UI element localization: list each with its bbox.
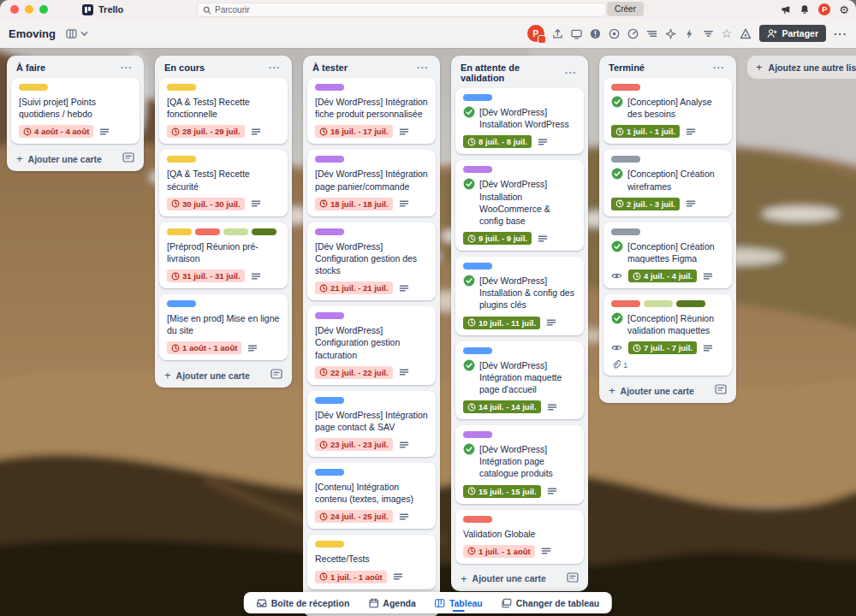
add-list-button[interactable]: + Ajoutez une autre liste bbox=[747, 56, 856, 79]
info-icon[interactable] bbox=[590, 28, 601, 39]
check-circle-icon[interactable] bbox=[611, 96, 623, 108]
card[interactable]: [Dév WordPress] Intégration page contact… bbox=[307, 391, 436, 457]
card-template-button[interactable] bbox=[567, 572, 579, 585]
lightning-icon[interactable] bbox=[684, 28, 695, 39]
filter-icon[interactable] bbox=[703, 28, 714, 39]
board-name[interactable]: Emoving bbox=[9, 27, 56, 40]
display-icon[interactable] bbox=[571, 28, 582, 39]
due-date-badge[interactable]: 28 juil. - 29 juil. bbox=[167, 125, 245, 138]
nav-inbox[interactable]: Boîte de réception bbox=[247, 592, 360, 613]
create-button[interactable]: Créer bbox=[607, 2, 644, 16]
check-circle-icon[interactable] bbox=[463, 359, 475, 371]
nav-switch-board[interactable]: Changer de tableau bbox=[492, 592, 609, 613]
card[interactable]: [Dév WordPress] Configuration gestion de… bbox=[307, 222, 436, 301]
card[interactable]: [Dév WordPress] Configuration gestion fa… bbox=[307, 306, 436, 385]
sparkle-icon[interactable] bbox=[665, 28, 676, 39]
list-menu-button[interactable]: ··· bbox=[267, 62, 282, 73]
card[interactable]: [Dév WordPress] Intégration page catalog… bbox=[455, 425, 584, 504]
card[interactable]: [Contenu] Intégration contenu (textes, i… bbox=[307, 463, 436, 529]
add-card-button[interactable]: +Ajouter une carte bbox=[164, 370, 250, 381]
list-menu-button[interactable]: ··· bbox=[563, 68, 579, 78]
automation-icon[interactable] bbox=[740, 28, 752, 39]
add-card-button[interactable]: +Ajouter une carte bbox=[609, 385, 694, 396]
card[interactable]: [Dév WordPress] Intégration fiche produi… bbox=[307, 78, 436, 144]
card[interactable]: [Dév WordPress] Installation WooCommerce… bbox=[455, 160, 584, 251]
upload-icon[interactable] bbox=[552, 28, 563, 39]
nav-tableau[interactable]: Tableau bbox=[425, 592, 492, 613]
check-circle-icon[interactable] bbox=[463, 106, 475, 118]
table-rows-icon[interactable] bbox=[646, 28, 657, 39]
due-date-badge[interactable]: 8 juil. - 8 juil. bbox=[463, 135, 532, 148]
card[interactable]: Validation Globale1 juil. - 1 août bbox=[455, 510, 584, 564]
due-date-badge[interactable]: 15 juil. - 15 juil. bbox=[463, 485, 541, 498]
check-circle-icon[interactable] bbox=[463, 443, 475, 455]
check-circle-icon[interactable] bbox=[611, 168, 623, 180]
due-date-badge[interactable]: 24 juil. - 25 juil. bbox=[315, 510, 393, 523]
card-template-button[interactable] bbox=[270, 369, 282, 382]
card[interactable]: [Préprod] Réunion pré-livraison31 juil. … bbox=[159, 222, 288, 288]
description-icon bbox=[538, 234, 548, 244]
due-date-badge[interactable]: 1 juil. - 1 juil. bbox=[611, 125, 680, 138]
due-date-badge[interactable]: 1 août - 1 août bbox=[167, 341, 241, 354]
zoom-window-button[interactable] bbox=[39, 5, 48, 14]
due-date-text: 23 juil. - 23 juil. bbox=[330, 440, 389, 449]
card[interactable]: [Mise en prod] Mise en ligne du site1 ao… bbox=[159, 294, 288, 360]
check-circle-icon[interactable] bbox=[463, 178, 475, 190]
card-template-button[interactable] bbox=[122, 152, 134, 165]
member-avatar[interactable]: P bbox=[527, 25, 544, 42]
due-date-badge[interactable]: 22 juil. - 22 juil. bbox=[315, 366, 393, 379]
due-date-badge[interactable]: 14 juil. - 14 juil. bbox=[463, 400, 541, 413]
due-date-badge[interactable]: 4 juil. - 4 juil. bbox=[628, 270, 697, 282]
due-date-badge[interactable]: 31 juil. - 31 juil. bbox=[167, 270, 245, 282]
check-circle-icon[interactable] bbox=[463, 275, 475, 287]
due-date-badge[interactable]: 4 août - 4 août bbox=[19, 125, 93, 138]
avatar[interactable]: P bbox=[818, 3, 830, 15]
clock-icon bbox=[467, 234, 476, 243]
card[interactable]: [QA & Tests] Recette sécurité30 juil. - … bbox=[159, 150, 288, 216]
due-date-badge[interactable]: 30 juil. - 30 juil. bbox=[167, 198, 245, 210]
share-button[interactable]: Partager bbox=[759, 25, 826, 42]
add-card-button[interactable]: +Ajouter une carte bbox=[16, 153, 102, 164]
card[interactable]: [Dév WordPress] Installation WordPress8 … bbox=[455, 88, 584, 154]
card[interactable]: [Dév WordPress] Intégration page panier/… bbox=[307, 150, 436, 216]
bell-icon[interactable] bbox=[800, 4, 810, 15]
check-circle-icon[interactable] bbox=[611, 240, 623, 252]
card[interactable]: [Conception] Création wireframes2 juil. … bbox=[603, 150, 732, 216]
megaphone-icon[interactable] bbox=[781, 4, 791, 15]
board-menu-button[interactable]: ··· bbox=[834, 27, 847, 40]
card[interactable]: [Dév WordPress] Installation & config de… bbox=[455, 257, 584, 335]
minimize-window-button[interactable] bbox=[25, 5, 33, 14]
due-date-badge[interactable]: 7 juil. - 7 juil. bbox=[628, 341, 697, 354]
card[interactable]: [Conception] Analyse des besoins1 juil. … bbox=[603, 78, 732, 144]
target-icon[interactable] bbox=[609, 28, 620, 39]
due-date-badge[interactable]: 23 juil. - 23 juil. bbox=[315, 438, 393, 451]
list-menu-button[interactable]: ··· bbox=[415, 62, 431, 73]
due-date-badge[interactable]: 1 juil. - 1 août bbox=[315, 571, 387, 583]
list-menu-button[interactable]: ··· bbox=[711, 62, 727, 73]
star-icon[interactable]: ☆ bbox=[722, 27, 733, 39]
due-date-badge[interactable]: 21 juil. - 21 juil. bbox=[315, 281, 393, 294]
board-views-switcher[interactable] bbox=[66, 29, 88, 38]
due-date-badge[interactable]: 16 juil. - 17 juil. bbox=[315, 125, 393, 138]
gauge-icon[interactable] bbox=[627, 28, 639, 39]
list-menu-button[interactable]: ··· bbox=[119, 62, 134, 73]
due-date-badge[interactable]: 18 juil. - 18 juil. bbox=[315, 198, 393, 210]
card[interactable]: [QA & Tests] Recette fonctionnelle28 jui… bbox=[159, 78, 288, 144]
due-date-badge[interactable]: 10 juil. - 11 juil. bbox=[463, 317, 540, 329]
window-controls[interactable] bbox=[0, 5, 58, 14]
due-date-badge[interactable]: 9 juil. - 9 juil. bbox=[463, 232, 532, 245]
card[interactable]: Recette/Tests1 juil. - 1 août bbox=[307, 535, 436, 589]
card-template-button[interactable] bbox=[715, 384, 727, 397]
card[interactable]: [Conception] Réunion validation maquette… bbox=[603, 294, 732, 376]
search-input[interactable]: Parcourir bbox=[197, 3, 606, 17]
card[interactable]: [Dév WordPress] Intégration maquette pag… bbox=[455, 341, 584, 420]
card[interactable]: [Suivi projet] Points quotidiens / hebdo… bbox=[11, 78, 140, 144]
add-card-button[interactable]: +Ajouter une carte bbox=[461, 573, 546, 584]
check-circle-icon[interactable] bbox=[611, 312, 623, 324]
nav-agenda[interactable]: Agenda bbox=[359, 592, 425, 613]
due-date-badge[interactable]: 1 juil. - 1 août bbox=[463, 545, 535, 558]
due-date-badge[interactable]: 2 juil. - 3 juil. bbox=[611, 198, 680, 210]
gear-icon[interactable]: ⚙ bbox=[839, 3, 849, 16]
card[interactable]: [Conception] Création maquettes Figma4 j… bbox=[603, 222, 732, 288]
close-window-button[interactable] bbox=[10, 5, 19, 14]
